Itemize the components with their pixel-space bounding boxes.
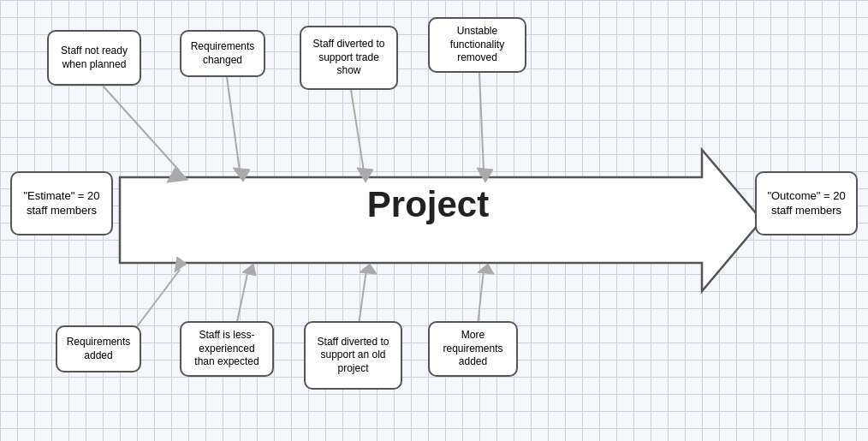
svg-marker-12	[242, 264, 256, 276]
svg-line-1	[103, 86, 180, 171]
staff-trade-show-box: Staff diverted to support trade show	[300, 26, 398, 90]
staff-not-ready-label: Staff not ready when planned	[56, 45, 133, 71]
req-added-label: Requirements added	[64, 336, 133, 362]
staff-not-ready-box: Staff not ready when planned	[47, 30, 141, 86]
unstable-label: Unstable functionality removed	[437, 25, 518, 65]
unstable-box: Unstable functionality removed	[428, 17, 526, 73]
project-label-container: Project	[300, 184, 556, 225]
staff-trade-show-label: Staff diverted to support trade show	[308, 38, 389, 78]
less-experienced-box: Staff is less-experienced than expected	[180, 321, 274, 377]
estimate-box: "Estimate" = 20 staff members	[10, 171, 113, 235]
diagram-container: "Estimate" = 20 staff members "Outcome" …	[0, 0, 868, 441]
svg-marker-16	[478, 264, 494, 274]
more-req-label: More requirements added	[437, 329, 509, 369]
estimate-label: "Estimate" = 20 staff members	[19, 189, 104, 218]
outcome-box: "Outcome" = 20 staff members	[755, 171, 858, 235]
svg-line-5	[351, 90, 364, 171]
svg-marker-2	[167, 167, 188, 182]
less-experienced-label: Staff is less-experienced than expected	[188, 329, 265, 369]
svg-line-7	[479, 73, 484, 171]
svg-line-3	[227, 77, 240, 171]
requirements-changed-box: Requirements changed	[180, 30, 265, 77]
more-req-box: More requirements added	[428, 321, 518, 377]
requirements-changed-label: Requirements changed	[188, 40, 257, 67]
outcome-label: "Outcome" = 20 staff members	[764, 189, 849, 218]
project-label: Project	[367, 184, 489, 224]
svg-marker-14	[360, 264, 377, 274]
staff-old-project-label: Staff diverted to support an old project	[312, 336, 394, 376]
req-added-box: Requirements added	[56, 325, 141, 372]
staff-old-project-box: Staff diverted to support an old project	[304, 321, 402, 390]
